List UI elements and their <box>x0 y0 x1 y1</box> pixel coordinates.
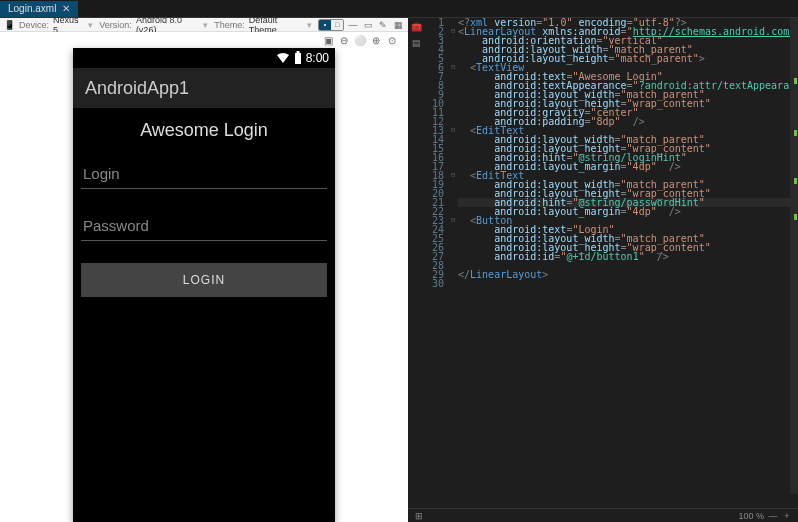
zoom-toolbar: ▣ ⊖ ⚪ ⊕ ⊙ <box>0 32 408 48</box>
content-title: Awesome Login <box>140 120 268 141</box>
chevron-down-icon[interactable]: ▾ <box>203 20 208 30</box>
code-area[interactable]: <?xml version="1.0" encoding="utf-8"?><L… <box>458 18 798 508</box>
zoom-in-icon[interactable]: ⊕ <box>370 34 382 46</box>
chevron-down-icon[interactable]: ▾ <box>307 20 312 30</box>
battery-icon <box>294 51 302 65</box>
device-preview[interactable]: 8:00 AndroidApp1 Awesome Login Login Pas… <box>73 48 335 522</box>
orientation-toggle[interactable] <box>318 19 344 31</box>
device-clock: 8:00 <box>306 51 329 65</box>
zoom-level[interactable]: 100 % <box>738 511 764 521</box>
device-status-bar: 8:00 <box>73 48 335 68</box>
marker-stripe[interactable] <box>790 18 798 494</box>
landscape-icon[interactable] <box>331 20 343 30</box>
change-marker <box>794 78 797 84</box>
code-scroll[interactable]: 1234567891011121314151617181920212223242… <box>408 18 798 508</box>
split-icon[interactable]: ⊞ <box>414 511 424 521</box>
preview-area: 8:00 AndroidApp1 Awesome Login Login Pas… <box>0 48 408 522</box>
theme-label: Theme: <box>214 20 245 30</box>
minus-icon[interactable]: — <box>768 511 778 521</box>
password-field[interactable]: Password <box>81 211 327 241</box>
app-bar: AndroidApp1 <box>73 68 335 108</box>
device-icon: 📱 <box>4 20 15 30</box>
portrait-icon[interactable] <box>319 20 331 30</box>
code-editor-pane: 🧰 ▤ 123456789101112131415161718192021222… <box>408 18 798 522</box>
boundary-icon[interactable]: ▣ <box>322 34 334 46</box>
change-marker <box>794 214 797 220</box>
designer-toolbar: ― ▭ ✎ ▦ <box>318 19 404 31</box>
version-label: Version: <box>99 20 132 30</box>
app-content: Awesome Login Login Password LOGIN <box>73 108 335 303</box>
tab-bar: Login.axml ✕ <box>0 0 798 18</box>
night-mode-icon[interactable]: ― <box>347 20 359 30</box>
device-label: Device: <box>19 20 49 30</box>
chevron-down-icon[interactable]: ▾ <box>88 20 93 30</box>
change-marker <box>794 178 797 184</box>
edit-icon[interactable]: ✎ <box>377 20 389 30</box>
zoom-out-icon[interactable]: ⊖ <box>338 34 350 46</box>
svg-rect-0 <box>295 53 301 64</box>
editor-status-bar: ⊞ 100 % — + <box>408 508 798 522</box>
grid-icon[interactable]: ▦ <box>392 20 404 30</box>
wifi-icon <box>276 52 290 64</box>
tab-filename: Login.axml <box>8 3 56 14</box>
tablet-icon[interactable]: ▭ <box>362 20 374 30</box>
login-field[interactable]: Login <box>81 159 327 189</box>
zoom-reset-icon[interactable]: ⚪ <box>354 34 366 46</box>
app-title: AndroidApp1 <box>85 78 189 99</box>
svg-rect-1 <box>296 51 299 53</box>
designer-header: 📱 Device: Nexus 5 ▾ Version: Android 8.0… <box>0 18 408 32</box>
designer-pane: 📱 Device: Nexus 5 ▾ Version: Android 8.0… <box>0 18 408 522</box>
close-icon[interactable]: ✕ <box>62 3 70 14</box>
line-number-gutter: 1234567891011121314151617181920212223242… <box>424 18 448 508</box>
fold-gutter[interactable]: ⊟⊟⊟⊟⊟ <box>448 18 458 508</box>
plus-icon[interactable]: + <box>782 511 792 521</box>
zoom-fit-icon[interactable]: ⊙ <box>386 34 398 46</box>
change-marker <box>794 130 797 136</box>
login-button[interactable]: LOGIN <box>81 263 327 297</box>
